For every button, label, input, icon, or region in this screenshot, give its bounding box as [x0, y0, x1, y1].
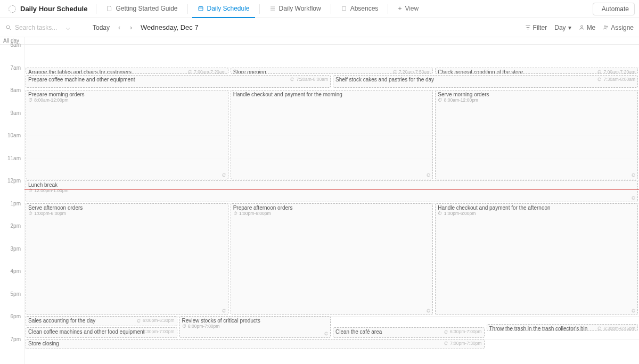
doc-title-block: Daily Hour Schedule	[4, 5, 92, 13]
event-time: 7:20am-7:50am	[392, 69, 431, 74]
add-view-button[interactable]: + View	[392, 0, 424, 18]
tab-daily-schedule[interactable]: Daily Schedule	[192, 0, 255, 18]
clickup-logo-icon	[9, 5, 16, 13]
tab-icon	[269, 5, 276, 12]
calendar-grid[interactable]: Arrange the tables and chairs for custom…	[24, 45, 639, 364]
me-label: Me	[587, 24, 596, 31]
svg-rect-2	[342, 6, 346, 11]
chevron-down-icon: ▾	[568, 24, 571, 31]
event-block[interactable]: Handle checkout and payment for the afte…	[435, 203, 638, 316]
divider	[187, 4, 188, 14]
event-title: Handle checkout and payment for the morn…	[233, 92, 431, 97]
svg-line-7	[10, 28, 11, 30]
recurring-icon	[597, 77, 602, 81]
today-button[interactable]: Today	[93, 24, 110, 31]
event-title: Review stocks of critical products	[182, 318, 329, 324]
search-icon	[5, 24, 12, 31]
event-block[interactable]: Review stocks of critical products⏱ 6:00…	[179, 316, 331, 338]
recurring-icon	[324, 331, 329, 336]
svg-point-9	[604, 26, 606, 27]
hour-label: 8am	[11, 87, 21, 93]
search-input[interactable]	[15, 24, 63, 31]
event-title: Handle checkout and payment for the afte…	[438, 205, 635, 211]
hour-line	[24, 45, 639, 45]
event-block[interactable]: Sales accounting for the day6:00pm-6:30p…	[26, 316, 177, 326]
hour-label: 6pm	[11, 313, 21, 319]
event-block[interactable]: Handle checkout and payment for the morn…	[231, 90, 433, 179]
event-time: ⏱ 8:00am-12:00pm	[438, 97, 635, 103]
hour-label: 12pm	[7, 178, 21, 184]
calendar: All day 6am7am8am9am10am11am12pm1pm2pm3p…	[0, 37, 639, 364]
tab-getting-started-guide[interactable]: Getting Started Guide	[101, 0, 183, 18]
prev-day-button[interactable]: ‹	[117, 24, 121, 31]
tab-label: Daily Schedule	[207, 5, 250, 12]
event-block[interactable]: Clean the café area6:30pm-7:00pm	[333, 327, 485, 337]
tabs-bar: Daily Hour Schedule Getting Started Guid…	[0, 0, 639, 18]
assignee-label: Assigne	[611, 24, 634, 31]
divider	[331, 4, 331, 14]
next-day-button[interactable]: ›	[129, 24, 133, 31]
event-block[interactable]: Shelf stock cakes and pastries for the d…	[333, 75, 638, 88]
recurring-icon	[631, 308, 636, 313]
event-time: ⏱ 1:00pm-6:00pm	[233, 211, 431, 216]
event-block[interactable]: Check general condition of the store7:00…	[435, 68, 638, 74]
hours-gutter: 6am7am8am9am10am11am12pm1pm2pm3pm4pm5pm6…	[0, 45, 24, 364]
recurring-icon	[597, 326, 602, 330]
hour-label: 1pm	[11, 200, 21, 206]
search-dropdown-chevron[interactable]: ⌵	[66, 24, 70, 31]
hour-label: 7pm	[11, 336, 21, 342]
recurring-icon	[187, 69, 192, 74]
filter-label: Filter	[533, 24, 547, 31]
recurring-icon	[426, 308, 431, 313]
event-block[interactable]: Lunch break⏱ 12:00pm-1:00pm	[26, 180, 638, 202]
tab-icon	[106, 5, 112, 12]
hour-label: 9am	[11, 110, 21, 115]
divider	[259, 4, 260, 14]
search-wrap: ⌵	[5, 24, 85, 31]
svg-point-10	[607, 26, 608, 27]
divider	[96, 4, 96, 14]
assignee-button[interactable]: Assigne	[603, 24, 634, 31]
event-block[interactable]: Prepare morning orders⏱ 8:00am-12:00pm	[26, 90, 228, 179]
tab-label: Daily Workflow	[279, 5, 321, 12]
event-block[interactable]: Store opening7:20am-7:50am	[231, 68, 433, 74]
filter-icon	[525, 24, 531, 30]
event-title: Lunch break	[28, 182, 635, 188]
event-block[interactable]: Prepare afternoon orders⏱ 1:00pm-6:00pm	[231, 203, 433, 316]
recurring-icon	[631, 172, 636, 177]
event-block[interactable]: Store closing7:00pm-7:30pm	[26, 339, 485, 349]
event-time: 6:30pm-7:00pm	[136, 329, 175, 334]
automate-button[interactable]: Automate	[593, 3, 635, 15]
tab-label: Absences	[350, 5, 379, 12]
event-block[interactable]: Clean coffee machines and other food equ…	[26, 327, 177, 337]
tab-daily-workflow[interactable]: Daily Workflow	[264, 0, 326, 18]
event-time: 7:00am-7:20am	[187, 69, 226, 74]
automate-label: Automate	[602, 5, 629, 13]
event-time: ⏱ 8:00am-12:00pm	[28, 97, 226, 103]
recurring-icon	[444, 329, 448, 334]
page-title: Daily Hour Schedule	[20, 5, 87, 13]
event-block[interactable]: Serve afternoon orders⏱ 1:00pm-6:00pm	[26, 203, 228, 316]
allday-row: All day	[0, 37, 639, 45]
event-block[interactable]: Arrange the tables and chairs for custom…	[26, 68, 228, 74]
event-time: 7:20am-8:00am	[290, 77, 328, 82]
recurring-icon	[392, 69, 397, 74]
filter-button[interactable]: Filter	[525, 24, 547, 31]
recurring-icon	[426, 172, 431, 177]
hour-label: 10am	[7, 133, 21, 138]
hour-label: 2pm	[11, 223, 21, 229]
me-button[interactable]: Me	[579, 24, 596, 31]
event-block[interactable]: Throw the trash in the trash collector's…	[487, 324, 638, 331]
day-dropdown[interactable]: Day ▾	[554, 24, 571, 31]
event-time: 7:00pm-7:30pm	[444, 341, 482, 346]
add-view-label: View	[405, 5, 419, 12]
recurring-icon	[631, 195, 636, 200]
event-block[interactable]: Serve morning orders⏱ 8:00am-12:00pm	[435, 90, 638, 179]
recurring-icon	[290, 77, 294, 81]
event-title: Store closing	[28, 341, 482, 346]
current-date: Wednesday, Dec 7	[141, 23, 199, 31]
hour-label: 3pm	[11, 245, 21, 251]
tab-absences[interactable]: Absences	[335, 0, 384, 18]
recurring-icon	[222, 172, 226, 177]
event-block[interactable]: Prepare coffee machine and other equipme…	[26, 75, 331, 88]
